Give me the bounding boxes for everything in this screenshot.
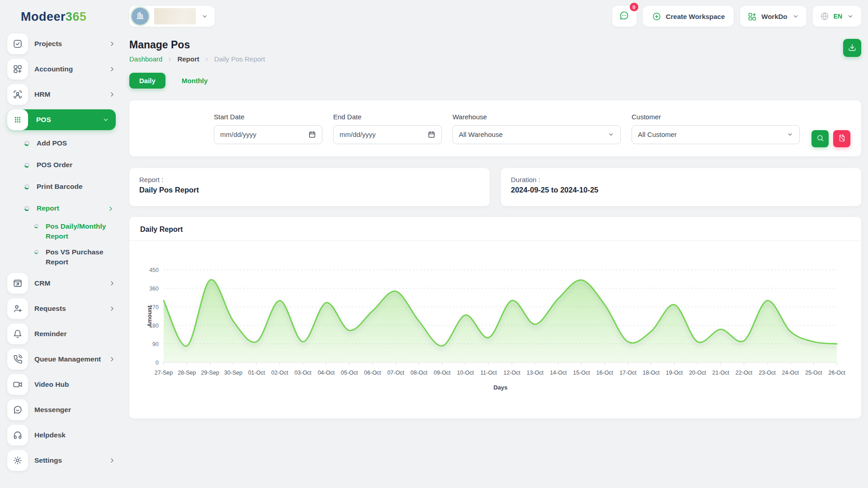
chevron-down-icon — [201, 13, 208, 20]
calendar-icon[interactable] — [308, 131, 316, 138]
filter-actions — [811, 130, 850, 147]
chart-body: 09018027036045027-Sep28-Sep29-Sep30-Sep0… — [129, 241, 861, 397]
svg-text:07-Oct: 07-Oct — [387, 370, 405, 376]
create-workspace-button[interactable]: Create Workspace — [643, 6, 734, 27]
brand-logo[interactable]: Modeer365 — [7, 0, 116, 33]
filter-panel: Start Date mm/dd/yyyy End Date mm/dd/yyy… — [129, 100, 861, 156]
workspace-switcher[interactable] — [129, 6, 215, 27]
sidebar-item-add-pos[interactable]: Add POS — [7, 135, 116, 152]
sidebar-item-label: Helpdesk — [34, 431, 66, 439]
start-date-input[interactable]: mm/dd/yyyy — [214, 125, 322, 144]
language-dropdown[interactable]: EN — [813, 6, 861, 27]
sidebar-item-video-hub[interactable]: Video Hub — [7, 374, 116, 395]
squares-plus-icon — [7, 59, 28, 80]
end-date-field: End Date mm/dd/yyyy — [333, 113, 442, 144]
sidebar-item-label: HRM — [34, 90, 50, 99]
create-workspace-label: Create Workspace — [666, 13, 725, 20]
daily-report-chart-card: Daily Report 09018027036045027-Sep28-Sep… — [129, 217, 861, 418]
sidebar-item-settings[interactable]: Settings — [7, 450, 116, 471]
svg-text:01-Oct: 01-Oct — [248, 370, 265, 376]
warehouse-value: All Warehouse — [459, 131, 503, 138]
workdo-dropdown[interactable]: WorkDo — [740, 6, 806, 27]
calendar-icon[interactable] — [428, 131, 435, 138]
sidebar-item-pos-order[interactable]: POS Order — [7, 156, 116, 174]
svg-text:21-Oct: 21-Oct — [712, 370, 730, 376]
sidebar: Modeer365 ProjectsAccountingHRMPOSAdd PO… — [0, 0, 122, 488]
sidebar-item-label: Projects — [34, 40, 62, 48]
tab-monthly[interactable]: Monthly — [172, 73, 218, 89]
clear-filter-icon — [838, 134, 846, 143]
sidebar-item-label: Add POS — [37, 139, 67, 147]
breadcrumb-dashboard[interactable]: Dashboard — [129, 55, 162, 63]
video-icon — [7, 374, 28, 395]
sidebar-item-label: POS Order — [37, 161, 72, 169]
headset-icon — [7, 425, 28, 446]
chevron-right-icon — [108, 356, 116, 363]
start-date-field: Start Date mm/dd/yyyy — [214, 113, 322, 144]
download-report-button[interactable] — [843, 39, 861, 57]
sidebar-item-helpdesk[interactable]: Helpdesk — [7, 425, 116, 446]
download-icon — [848, 43, 856, 53]
sidebar-item-crm[interactable]: CRM — [7, 273, 116, 294]
sidebar-item-label: Messenger — [34, 406, 71, 414]
chevron-right-icon — [107, 205, 114, 212]
phone-call-icon — [7, 349, 28, 370]
page-title: Manage Pos — [129, 39, 265, 51]
report-period-tabs: Daily Monthly — [129, 73, 861, 89]
report-label: Report : — [139, 176, 480, 183]
apply-filter-button[interactable] — [811, 130, 829, 147]
page-header: Manage Pos Dashboard Report Daily Pos Re… — [129, 39, 861, 63]
chevron-down-icon — [787, 131, 793, 138]
svg-text:15-Oct: 15-Oct — [573, 370, 590, 376]
customer-label: Customer — [632, 113, 800, 121]
sidebar-item-hrm[interactable]: HRM — [7, 84, 116, 105]
sidebar-item-pos[interactable]: POS — [7, 109, 116, 130]
chevron-down-icon — [847, 13, 854, 20]
duration-summary-card: Duration : 2024-09-25 to 2024-10-25 — [501, 168, 861, 206]
sidebar-item-projects[interactable]: Projects — [7, 33, 116, 54]
report-summary-card: Report : Daily Pos Report — [129, 168, 490, 206]
svg-text:02-Oct: 02-Oct — [271, 370, 288, 376]
svg-text:22-Oct: 22-Oct — [736, 370, 753, 376]
chevron-right-icon — [108, 305, 116, 312]
svg-text:12-Oct: 12-Oct — [503, 370, 520, 376]
messages-badge: 0 — [630, 3, 638, 11]
sidebar-item-accounting[interactable]: Accounting — [7, 59, 116, 80]
svg-text:20-Oct: 20-Oct — [689, 370, 706, 376]
tab-daily[interactable]: Daily — [129, 73, 165, 89]
chat-bubble-icon — [7, 399, 28, 420]
bullet-icon — [24, 141, 29, 146]
svg-text:30-Sep: 30-Sep — [224, 370, 242, 376]
sidebar-item-requests[interactable]: Requests — [7, 298, 116, 319]
daily-report-area-chart[interactable]: 09018027036045027-Sep28-Sep29-Sep30-Sep0… — [146, 247, 850, 393]
warehouse-label: Warehouse — [453, 113, 621, 121]
svg-text:06-Oct: 06-Oct — [364, 370, 381, 376]
sidebar-item-messenger[interactable]: Messenger — [7, 399, 116, 420]
sidebar-item-print-barcode[interactable]: Print Barcode — [7, 178, 116, 195]
svg-text:03-Oct: 03-Oct — [294, 370, 311, 376]
sidebar-item-queue-management[interactable]: Queue Management — [7, 349, 116, 370]
svg-text:13-Oct: 13-Oct — [527, 370, 544, 376]
bullet-icon — [34, 224, 38, 228]
sidebar-item-report[interactable]: Report — [7, 200, 116, 217]
svg-text:90: 90 — [152, 341, 159, 347]
warehouse-select[interactable]: All Warehouse — [453, 125, 621, 144]
breadcrumb-report[interactable]: Report — [177, 55, 199, 63]
end-date-placeholder: mm/dd/yyyy — [340, 131, 376, 138]
report-value: Daily Pos Report — [139, 186, 480, 194]
messages-button[interactable]: 0 — [612, 6, 637, 27]
svg-text:25-Oct: 25-Oct — [805, 370, 822, 376]
chart-title: Daily Report — [140, 225, 850, 234]
customer-select[interactable]: All Customer — [632, 125, 800, 144]
reset-filter-button[interactable] — [833, 130, 850, 147]
sidebar-item-pos-vs-purchase-report[interactable]: Pos VS Purchase Report — [7, 247, 116, 267]
svg-text:16-Oct: 16-Oct — [596, 370, 613, 376]
end-date-input[interactable]: mm/dd/yyyy — [333, 125, 442, 144]
workspace-name-redacted — [154, 8, 196, 24]
bullet-icon — [24, 184, 29, 189]
svg-text:10-Oct: 10-Oct — [457, 370, 474, 376]
sidebar-item-pos-daily-monthly-report[interactable]: Pos Daily/Monthly Report — [7, 221, 116, 242]
svg-text:08-Oct: 08-Oct — [410, 370, 428, 376]
sidebar-item-reminder[interactable]: Reminder — [7, 324, 116, 344]
svg-text:05-Oct: 05-Oct — [341, 370, 358, 376]
